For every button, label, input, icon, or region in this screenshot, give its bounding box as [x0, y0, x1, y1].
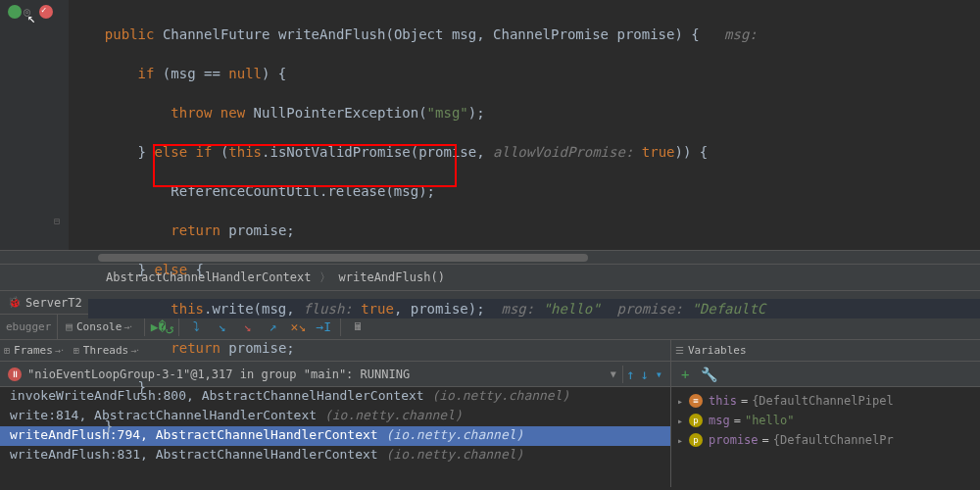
code-line: } — [88, 377, 980, 397]
breakpoint-icon[interactable] — [39, 5, 53, 19]
code-line: return promise; — [88, 338, 980, 358]
code-line: } — [88, 416, 980, 436]
run-gutter-icon[interactable] — [8, 5, 22, 19]
code-line: ReferenceCountUtil.release(msg); — [88, 181, 980, 201]
code-line: if (msg == null) { — [88, 64, 980, 83]
target-gutter-icon[interactable]: ◎ — [24, 5, 37, 19]
code-line: } else { — [88, 260, 980, 279]
code-area[interactable]: public ChannelFuture writeAndFlush(Objec… — [0, 0, 980, 475]
code-line: } else if (this.isNotValidPromise(promis… — [88, 142, 980, 162]
collapse-icon[interactable]: ⊟ — [54, 216, 60, 226]
current-execution-line: this.write(msg, flush: true, promise); m… — [88, 299, 980, 318]
code-line: public ChannelFuture writeAndFlush(Objec… — [88, 24, 980, 44]
code-editor[interactable]: ◎ ↖ ⊟ public ChannelFuture writeAndFlush… — [0, 0, 980, 250]
code-line: return promise; — [88, 220, 980, 240]
gutter: ◎ ↖ ⊟ — [0, 0, 69, 250]
code-line: throw new NullPointerException("msg"); — [88, 103, 980, 122]
